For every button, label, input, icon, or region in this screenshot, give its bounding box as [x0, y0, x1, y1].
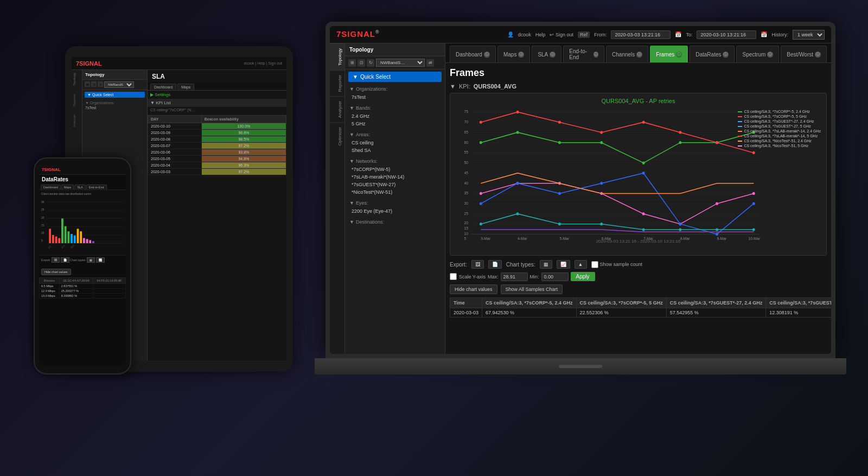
frames-info-icon[interactable]: ⓘ	[676, 52, 682, 58]
svg-point-51	[752, 151, 755, 154]
show-sample-count-checkbox[interactable]	[591, 261, 598, 268]
ref-btn[interactable]: Ref	[578, 31, 590, 38]
chart-type-line[interactable]: 📈	[557, 260, 570, 269]
phone-export-btn2[interactable]: 📄	[61, 257, 69, 263]
svg-point-48	[642, 121, 645, 124]
tab-maps[interactable]: Maps ⓘ	[497, 46, 530, 62]
sidebar-tab-reporter[interactable]: Reporter	[330, 70, 344, 96]
calendar-icon-to[interactable]: 📅	[761, 31, 767, 37]
min-value-input[interactable]	[541, 272, 569, 281]
svg-text:50: 50	[464, 161, 468, 164]
topo-btn-3[interactable]: ↻	[367, 59, 374, 67]
svg-point-39	[600, 141, 603, 144]
to-date-input[interactable]	[697, 30, 756, 39]
tab-dashboard[interactable]: Dashboard ⓘ	[450, 46, 496, 62]
show-sample-count-label: Show sample count	[591, 261, 643, 268]
topo-btn-link[interactable]: ⇌	[426, 59, 434, 67]
band-5[interactable]: 5 GHz	[349, 120, 441, 128]
tab-end-to-end[interactable]: End-to-End ⓘ	[563, 46, 604, 62]
legend-label-6: CS ceiling/SA:3, *7sLAB-meraki*-14, 5 GH…	[744, 134, 818, 138]
phone-hide-chart-btn[interactable]: Hide chart values	[41, 269, 71, 275]
tablet-network-select[interactable]: NWBandS…	[104, 81, 134, 88]
channels-info-icon[interactable]: ⓘ	[636, 52, 642, 58]
svg-text:25: 25	[464, 212, 468, 215]
area-shed-sa[interactable]: Shed SA	[349, 147, 441, 154]
tablet-topo-btn-1[interactable]: ⊞	[85, 81, 90, 87]
hide-chart-values-btn[interactable]: Hide chart values	[450, 284, 497, 294]
phone-tab-e2e[interactable]: End-to-End	[86, 185, 107, 189]
chart-type-area[interactable]: ▲	[575, 260, 587, 269]
tab-channels[interactable]: Channels ⓘ	[606, 46, 648, 62]
scale-y-checkbox[interactable]	[450, 273, 457, 280]
datarates-info-icon[interactable]: ⓘ	[723, 52, 729, 58]
tab-datarates[interactable]: DataRates ⓘ	[690, 46, 735, 62]
tablet-tab-dashboard[interactable]: Dashboard	[150, 84, 176, 90]
phone-tab-maps[interactable]: Maps	[61, 185, 74, 189]
phone-export-btn1[interactable]: 🖼	[52, 257, 60, 263]
col-bitrates: Bitrates	[40, 278, 60, 284]
dashboard-info-icon[interactable]: ⓘ	[484, 52, 490, 58]
topo-btn-2[interactable]: ⊡	[358, 59, 365, 67]
apply-button[interactable]: Apply	[571, 272, 595, 281]
kpi-arrow[interactable]: ▼	[450, 83, 456, 90]
sidebar-tab-topology[interactable]: Topology	[330, 43, 344, 70]
chart-types-label: Chart types:	[506, 262, 535, 268]
network-nicotest[interactable]: *NicoTest*(NW-51)	[349, 188, 441, 196]
calendar-icon-from[interactable]: 📅	[675, 31, 681, 37]
spectrum-info-icon[interactable]: ⓘ	[767, 52, 773, 58]
help-btn[interactable]: Help	[535, 32, 546, 37]
quick-select-item[interactable]: ▼ Quick Select	[348, 72, 442, 82]
maps-info-icon[interactable]: ⓘ	[518, 52, 524, 58]
sidebar-tab-analyzer[interactable]: Analyzer	[330, 96, 344, 122]
signout-btn[interactable]: ↩ Sign out	[550, 32, 573, 37]
max-value-input[interactable]	[501, 272, 528, 281]
bestworst-info-icon[interactable]: ⓘ	[815, 52, 821, 58]
tab-sla[interactable]: SLA ⓘ	[532, 46, 561, 62]
tab-frames[interactable]: Frames ⓘ	[650, 46, 688, 62]
tablet-sidebar-topology[interactable]: Topology	[72, 70, 77, 88]
tablet-tab-maps[interactable]: Maps	[177, 84, 194, 90]
tab-spectrum[interactable]: Spectrum ⓘ	[736, 46, 779, 62]
network-7sguest[interactable]: *7sGUEST*(NW-27)	[349, 181, 441, 188]
tablet-header-right: dcook | Help | Sign out	[244, 61, 282, 65]
sla-info-icon[interactable]: ⓘ	[550, 52, 556, 58]
tab-bestworst[interactable]: Best/Worst ⓘ	[781, 46, 827, 62]
tablet-topo-btn-2[interactable]: ⊡	[91, 81, 97, 87]
tablet-kpi-list[interactable]: ▼ KPI List	[148, 99, 286, 107]
export-csv-btn[interactable]: 📄	[488, 260, 502, 269]
export-png-btn[interactable]: 🖼	[471, 260, 484, 269]
eye-2200[interactable]: 2200 Eye (Eye-47)	[349, 207, 441, 215]
network-7scorp[interactable]: *7sCORP*(NW-5)	[349, 166, 441, 173]
show-all-samples-btn[interactable]: Show All Samples Chart	[501, 284, 563, 294]
history-select[interactable]: 1 week	[793, 30, 825, 40]
band-24[interactable]: 2.4 GHz	[349, 112, 441, 120]
svg-text:45: 45	[464, 171, 468, 175]
from-date-input[interactable]	[611, 30, 671, 39]
phone-bezel: 7SIGNAL DataRates Dashboard Maps SLA End…	[34, 157, 131, 375]
tablet-sidebar-analyzer[interactable]: Analyzer	[72, 112, 77, 130]
network-selector[interactable]: NWBandS…	[376, 59, 425, 67]
svg-rect-91	[58, 238, 60, 244]
phone-chart-type-btn2[interactable]: 📈	[96, 257, 105, 263]
svg-text:6.5: 6.5	[48, 245, 52, 249]
topo-btn-1[interactable]: ⊞	[348, 59, 356, 67]
area-cs-ceiling[interactable]: CS ceiling	[349, 139, 441, 147]
tablet-quick-select[interactable]: ▼ Quick Select	[85, 92, 145, 98]
tablet-org-7stest[interactable]: 7sTest	[82, 105, 147, 110]
sidebar-tab-optimizer[interactable]: Optimizer	[330, 122, 344, 150]
e2e-info-icon[interactable]: ⓘ	[593, 52, 598, 58]
phone-controls: Export: 🖼 📄 Chart types: ▦ 📈	[39, 255, 126, 264]
row-time: 2020-03-03	[450, 308, 482, 318]
org-item-7stest[interactable]: 7sTest	[349, 93, 441, 101]
svg-text:9-Mar: 9-Mar	[717, 237, 727, 240]
bitrate-130: 13.0 Mbps	[40, 294, 60, 299]
tablet-settings[interactable]: ▶ Settings	[148, 91, 286, 99]
chart-type-bar[interactable]: ▦	[540, 260, 552, 269]
tablet-sidebar-reporter[interactable]: Reporter	[72, 91, 77, 109]
tablet-topo-btn-3[interactable]: ↻	[98, 81, 103, 87]
network-7slab[interactable]: *7sLAB-meraki*(NW-14)	[349, 173, 441, 181]
table-row: 2020-03-04 96.3%	[148, 162, 286, 169]
phone-tab-dashboard[interactable]: Dashboard	[41, 185, 61, 189]
phone-chart-type-btn1[interactable]: ▦	[87, 257, 95, 263]
phone-tab-sla[interactable]: SLA	[74, 185, 85, 189]
